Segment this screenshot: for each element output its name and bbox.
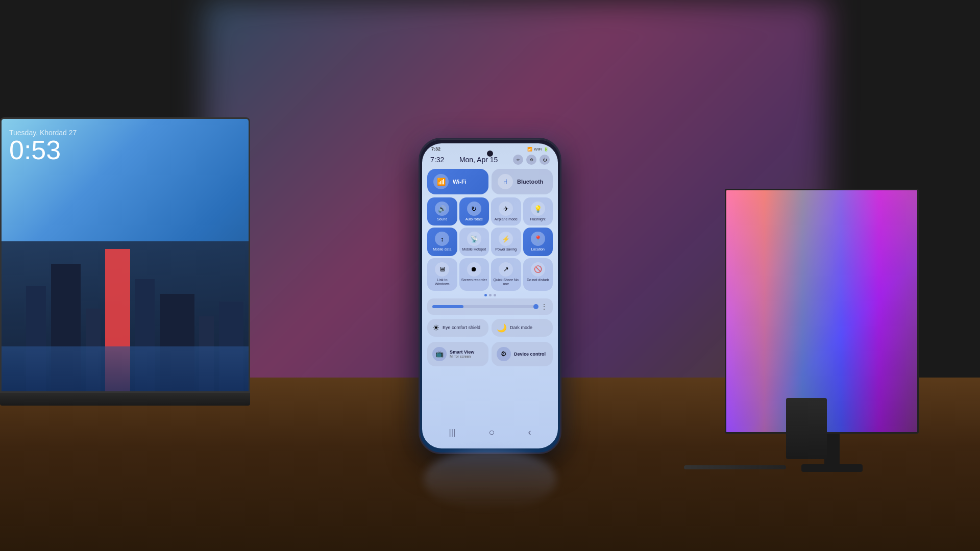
laptop-left-screen: Tuesday, Khordad 27 0:53 [0,117,250,393]
phone-wrapper: 7:32 📶 WiFi 🔋 7:32 Mon, Apr 15 ✏ ⚙ ⏻ [419,138,561,510]
screen-recorder-label: Screen recorder [461,278,487,282]
flashlight-icon: 💡 [531,202,545,216]
wifi-label: Wi-Fi [453,179,467,185]
small-tiles-grid: 🔊 Sound ↻ Auto rotate ✈ Airplane mode [422,197,558,291]
status-icons: 📶 WiFi 🔋 [527,147,549,152]
comfort-row: ☀ Eye comfort shield 🌙 Dark mode [422,317,558,339]
hotspot-icon: 📡 [467,232,481,246]
nav-back[interactable]: ‹ [528,427,531,438]
battery-icon: 🔋 [544,147,549,152]
wifi-status-icon: WiFi [534,147,542,152]
quick-share-tile[interactable]: ↗ Quick Share No one [491,258,521,291]
monitor-base [801,464,863,472]
power-icon[interactable]: ⏻ [540,155,550,165]
laptop-time: 0:53 [9,137,77,163]
eye-comfort-label: Eye comfort shield [443,325,480,330]
brightness-menu-icon[interactable]: ⋮ [541,303,548,311]
settings-icon[interactable]: ⚙ [526,155,536,165]
monitor-right-screen [725,189,919,434]
monitor-right [725,189,939,469]
flashlight-tile[interactable]: 💡 Flashlight [523,197,553,226]
device-control-tile[interactable]: ⚙ Device control [492,342,553,366]
mobile-data-icon: ↕ [435,232,449,246]
dnd-label: Do not disturb [527,278,549,282]
link-windows-tile[interactable]: 🖥 Link to Windows [427,258,457,291]
screen-recorder-icon: ⏺ [467,262,481,277]
scene: Tuesday, Khordad 27 0:53 7:32 📶 [0,0,980,551]
front-camera [487,151,493,157]
power-saving-label: Power saving [495,247,517,252]
rainbow-display [726,190,917,432]
screen-recorder-tile[interactable]: ⏺ Screen recorder [459,258,489,291]
smart-view-label: Smart View [450,349,474,355]
eye-comfort-icon: ☀ [432,323,439,333]
bottom-tiles: 📺 Smart View Mirror screen ⚙ Device cont… [422,342,558,366]
wifi-tile[interactable]: 📶 Wi-Fi [427,169,488,194]
large-tiles: 📶 Wi-Fi ⑁ Bluetooth [422,169,558,194]
auto-rotate-tile[interactable]: ↻ Auto rotate [459,197,489,226]
edit-icon[interactable]: ✏ [513,155,523,165]
dark-mode-icon: 🌙 [497,323,507,333]
quick-share-label: Quick Share No one [493,278,519,287]
sound-icon: 🔊 [435,202,449,216]
pagination-dots [422,294,558,296]
phone-navbar: ||| ○ ‹ [422,422,558,442]
smart-view-icon: 📺 [432,347,447,361]
laptop-left: Tuesday, Khordad 27 0:53 [0,117,265,474]
bluetooth-label: Bluetooth [517,179,543,185]
smart-view-sublabel: Mirror screen [450,355,474,358]
airplane-label: Airplane mode [495,217,518,221]
mobile-data-label: Mobile data [433,247,451,252]
device-control-text: Device control [514,352,546,357]
dot-1 [484,294,487,296]
smart-view-text: Smart View Mirror screen [450,349,474,358]
power-saving-tile[interactable]: ⚡ Power saving [491,228,521,256]
eye-comfort-tile[interactable]: ☀ Eye comfort shield [427,319,488,337]
auto-rotate-label: Auto rotate [465,217,483,221]
qs-header-icons: ✏ ⚙ ⏻ [513,155,550,165]
auto-rotate-icon: ↻ [467,202,481,216]
dot-2 [489,294,492,296]
link-windows-label: Link to Windows [429,278,455,287]
airplane-tile[interactable]: ✈ Airplane mode [491,197,521,226]
qs-date: Mon, Apr 15 [459,156,498,164]
bluetooth-tile[interactable]: ⑁ Bluetooth [492,169,553,194]
nav-recents[interactable]: ||| [449,428,455,437]
airplane-icon: ✈ [499,202,513,216]
laptop-base [0,393,250,406]
desk-object [786,398,827,459]
signal-icon: 📶 [527,147,532,152]
location-icon: 📍 [531,232,545,246]
device-control-icon: ⚙ [497,347,511,361]
sound-label: Sound [437,217,447,221]
dark-mode-tile[interactable]: 🌙 Dark mode [492,319,553,337]
mobile-data-tile[interactable]: ↕ Mobile data [427,228,457,256]
device-control-label: Device control [514,352,546,357]
brightness-control[interactable]: ⋮ [427,298,553,315]
hotspot-tile[interactable]: 📡 Mobile Hotspot [459,228,489,256]
laptop-left-text: Tuesday, Khordad 27 0:53 [9,127,77,163]
sound-tile[interactable]: 🔊 Sound [427,197,457,226]
flashlight-label: Flashlight [530,217,546,221]
dot-3 [494,294,496,296]
wifi-icon: 📶 [433,174,449,189]
bluetooth-icon: ⑁ [498,174,513,189]
quick-share-icon: ↗ [499,262,513,277]
brightness-handle[interactable] [533,304,538,309]
smartphone: 7:32 📶 WiFi 🔋 7:32 Mon, Apr 15 ✏ ⚙ ⏻ [419,138,561,454]
nav-home[interactable]: ○ [488,427,495,438]
desk-cable [684,465,786,469]
power-saving-icon: ⚡ [499,232,513,246]
link-windows-icon: 🖥 [435,262,449,277]
qs-datetime: 7:32 [430,156,444,164]
brightness-fill [432,305,463,308]
dnd-tile[interactable]: 🚫 Do not disturb [523,258,553,291]
phone-screen: 7:32 📶 WiFi 🔋 7:32 Mon, Apr 15 ✏ ⚙ ⏻ [422,143,558,448]
smart-view-tile[interactable]: 📺 Smart View Mirror screen [427,342,488,366]
dnd-icon: 🚫 [531,262,545,277]
location-tile[interactable]: 📍 Location [523,228,553,256]
location-label: Location [531,247,545,252]
hotspot-label: Mobile Hotspot [462,247,486,252]
brightness-slider[interactable] [432,305,536,308]
status-time: 7:32 [431,146,440,152]
